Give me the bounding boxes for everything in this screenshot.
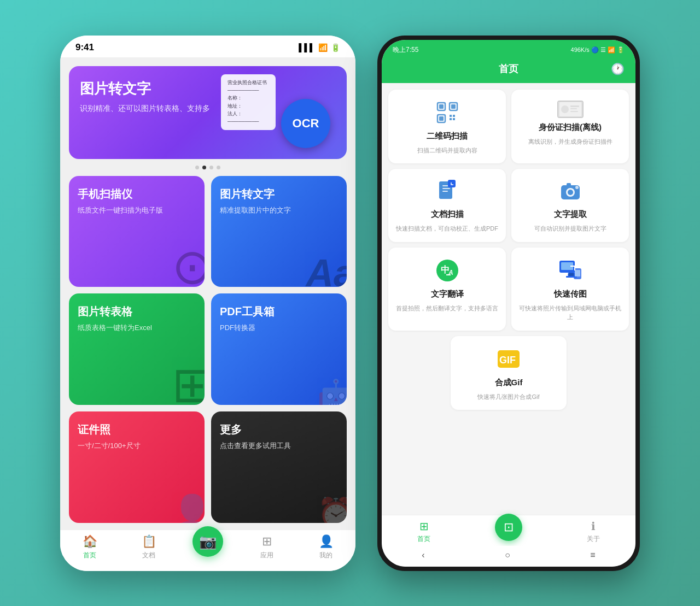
image-to-text-sub: 精准提取图片中的文字 <box>220 205 338 216</box>
svg-rect-19 <box>448 180 456 187</box>
banner-dots <box>60 166 355 169</box>
battery-icon: 🔋 <box>331 43 340 52</box>
text-translate-title: 文字翻译 <box>431 289 464 299</box>
nav-apps-label: 应用 <box>260 551 273 560</box>
nav-apps[interactable]: ⊞ 应用 <box>237 534 296 560</box>
docs-icon: 📋 <box>142 534 156 549</box>
svg-rect-6 <box>450 115 452 117</box>
svg-rect-8 <box>450 118 452 120</box>
id-photo-card[interactable]: 证件照 一寸/二寸/100+尺寸 👤 <box>69 411 205 523</box>
right-status-bar: 晚上7:55 496K/s 🔵 ☰ 📶 🔋 <box>382 40 635 58</box>
nav-camera[interactable]: 📷 <box>178 537 237 557</box>
pdf-toolbox-title: PDF工具箱 <box>220 304 338 319</box>
pdf-icon: 🤖 <box>317 378 347 405</box>
svg-rect-9 <box>453 118 455 120</box>
image-to-table-card[interactable]: 图片转表格 纸质表格一键转为Excel ⊞ <box>69 293 205 405</box>
svg-rect-13 <box>570 108 577 109</box>
nav-docs-label: 文档 <box>142 551 155 560</box>
fast-transfer-card[interactable]: 快速传图 可快速将照片传输到局域网电脑或手机上 <box>511 248 629 331</box>
qr-scan-sub: 扫描二维码并提取内容 <box>417 146 477 155</box>
doc-scan-card[interactable]: 文档扫描 快速扫描文档，可自动校正、生成PDF <box>388 169 506 242</box>
svg-rect-23 <box>567 183 571 186</box>
menu-button[interactable]: ≡ <box>590 550 595 560</box>
text-icon: Aa <box>306 251 347 287</box>
profile-icon: 👤 <box>319 534 334 549</box>
right-info: 496K/s 🔵 ☰ 📶 🔋 <box>571 46 625 54</box>
image-to-table-sub: 纸质表格一键转为Excel <box>78 322 196 333</box>
banner[interactable]: 图片转文字 识别精准、还可以图片转表格、支持多 营业执照合格证书────────… <box>69 66 347 159</box>
more-title: 更多 <box>220 422 338 437</box>
bnr-about[interactable]: ℹ 关于 <box>551 520 635 544</box>
pdf-toolbox-card[interactable]: PDF工具箱 PDF转换器 🤖 <box>211 293 347 405</box>
qr-scan-card[interactable]: 二维码扫描 扫描二维码并提取内容 <box>388 90 506 164</box>
left-time: 9:41 <box>75 42 94 53</box>
more-icon: ⏰ <box>317 496 347 523</box>
doc-scan-title: 文档扫描 <box>431 209 464 220</box>
camera-extract-icon <box>559 180 582 205</box>
dot-1 <box>195 166 199 169</box>
bnr-home[interactable]: ⊞ 首页 <box>382 520 466 544</box>
qr-icon <box>435 101 459 127</box>
left-status-icons: ▌▌▌ 📶 🔋 <box>299 43 340 52</box>
camera-icon: 📷 <box>199 533 217 550</box>
gif-icon: GIF <box>497 347 521 373</box>
nav-docs[interactable]: 📋 文档 <box>119 534 178 560</box>
id-card-icon <box>557 101 584 118</box>
camera-button[interactable]: 📷 <box>192 526 223 557</box>
svg-rect-12 <box>570 105 579 107</box>
text-translate-card[interactable]: 中 A 文字翻译 首提拍照，然后翻译文字，支持多语言 <box>388 248 506 331</box>
more-card[interactable]: 更多 点击查看更多试用工具 ⏰ <box>211 411 347 523</box>
left-phone: 9:41 ▌▌▌ 📶 🔋 图片转文字 识别精准、还可以图片转表格、支持多 营业执… <box>60 36 355 571</box>
nav-profile-label: 我的 <box>319 551 332 560</box>
doc-icon <box>436 180 459 205</box>
back-button[interactable]: ‹ <box>422 550 424 560</box>
bnr-camera-button[interactable]: ⊡ <box>495 514 522 541</box>
right-top-nav: 首页 🕐 <box>382 58 635 83</box>
id-photo-icon: 👤 <box>172 492 205 523</box>
translate-icon: 中 A <box>435 258 459 285</box>
home-icon: 🏠 <box>83 534 97 549</box>
id-scan-sub: 离线识别，并生成身份证扫描件 <box>528 137 612 146</box>
phone-scanner-title: 手机扫描仪 <box>78 187 196 202</box>
dot-3 <box>209 166 213 169</box>
fast-transfer-title: 快速传图 <box>554 289 587 299</box>
svg-rect-18 <box>442 191 448 192</box>
fast-transfer-sub: 可快速将照片传输到局域网电脑或手机上 <box>519 304 621 322</box>
feature-row-3: 中 A 文字翻译 首提拍照，然后翻译文字，支持多语言 <box>388 248 629 331</box>
bnr-camera[interactable]: ⊡ <box>466 522 551 541</box>
phone-scanner-icon: ⊙ <box>172 238 205 287</box>
gif-card[interactable]: GIF 合成Gif 快速将几张图片合成Gif <box>451 336 566 410</box>
doc-scan-sub: 快速扫描文档，可自动校正、生成PDF <box>396 224 498 233</box>
bnr-about-icon: ℹ <box>591 520 596 533</box>
id-photo-title: 证件照 <box>78 422 196 437</box>
qr-scan-title: 二维码扫描 <box>427 131 468 142</box>
clock-icon[interactable]: 🕐 <box>611 62 625 75</box>
nav-profile[interactable]: 👤 我的 <box>296 534 355 560</box>
banner-subtitle: 识别精准、还可以图片转表格、支持多 <box>80 103 234 114</box>
right-status-icons: 496K/s 🔵 ☰ 📶 🔋 <box>571 46 625 54</box>
gif-title: 合成Gif <box>495 378 523 388</box>
id-scan-card[interactable]: 身份证扫描(离线) 离线识别，并生成身份证扫描件 <box>511 90 629 164</box>
dot-2 <box>202 166 206 169</box>
nav-home[interactable]: 🏠 首页 <box>60 534 119 560</box>
phone-scanner-sub: 纸质文件一键扫描为电子版 <box>78 205 196 216</box>
bnr-home-label: 首页 <box>417 534 430 544</box>
left-bottom-nav: 🏠 首页 📋 文档 📷 ⊞ 应用 👤 我的 <box>60 529 355 571</box>
gif-sub: 快速将几张图片合成Gif <box>477 392 539 402</box>
svg-point-24 <box>575 186 579 189</box>
text-extract-sub: 可自动识别并提取图片文字 <box>534 224 606 233</box>
home-button[interactable]: ○ <box>505 550 510 560</box>
wifi-icon: 📶 <box>318 43 328 52</box>
feature-row-1: 二维码扫描 扫描二维码并提取内容 <box>388 90 629 164</box>
phone-scanner-card[interactable]: 手机扫描仪 纸质文件一键扫描为电子版 ⊙ <box>69 176 205 287</box>
right-page-title: 首页 <box>499 62 518 75</box>
text-extract-card[interactable]: 文字提取 可自动识别并提取图片文字 <box>511 169 629 242</box>
image-to-text-card[interactable]: 图片转文字 精准提取图片中的文字 Aa <box>211 176 347 287</box>
table-icon: ⊞ <box>172 356 205 405</box>
apps-icon: ⊞ <box>262 534 272 549</box>
bnr-about-label: 关于 <box>587 534 600 544</box>
image-to-table-title: 图片转表格 <box>78 304 196 319</box>
svg-point-22 <box>568 190 573 195</box>
svg-text:GIF: GIF <box>499 355 516 366</box>
android-nav: ‹ ○ ≡ <box>382 546 635 567</box>
